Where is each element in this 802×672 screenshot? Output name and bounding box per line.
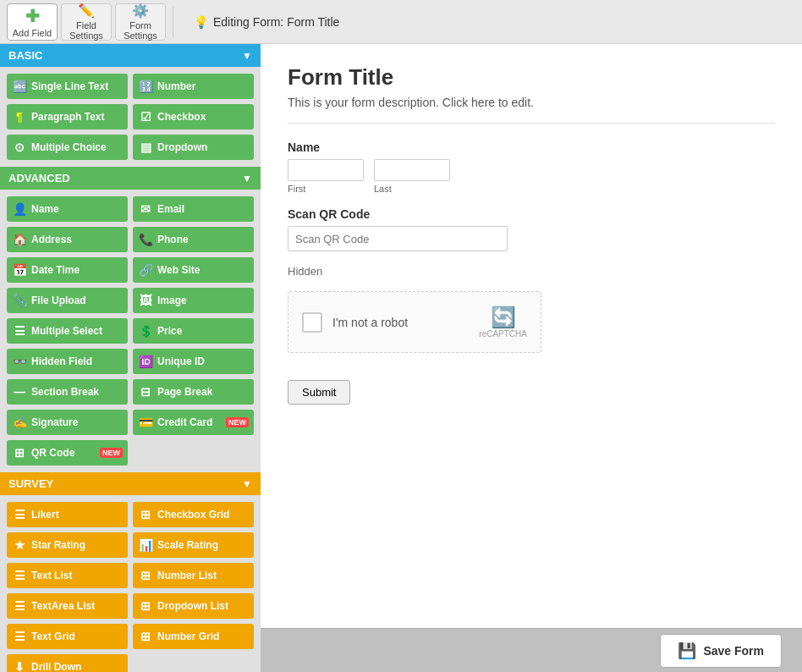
multiple-choice-icon: ⊙ [12,140,27,154]
form-area: Form Title This is your form description… [261,44,802,628]
likert-icon: ☰ [12,508,27,521]
first-name-input[interactable] [288,159,364,181]
field-btn-number-grid[interactable]: ⊞ Number Grid [133,624,254,649]
field-btn-dropdown-list[interactable]: ⊞ Dropdown List [133,593,254,619]
form-title[interactable]: Form Title [288,64,775,91]
field-btn-website[interactable]: 🔗 Web Site [133,257,254,283]
hidden-field-icon: 👓 [12,355,27,368]
field-label-number-list: Number List [157,570,217,581]
field-label-unique-id: Unique ID [157,355,205,367]
name-row: First Last [288,159,775,194]
field-label-file-upload: File Upload [31,295,86,306]
email-icon: ✉ [138,202,153,216]
field-btn-likert[interactable]: ☰ Likert [7,502,128,527]
field-btn-paragraph[interactable]: ¶ Paragraph Text [7,104,128,129]
field-btn-multiple-select[interactable]: ☰ Multiple Select [7,318,128,344]
field-label-qr-code: QR Code [31,447,74,459]
field-btn-file-upload[interactable]: 📎 File Upload [7,288,128,313]
qr-code-icon: ⊞ [12,446,27,460]
save-icon: 💾 [678,642,696,660]
basic-chevron-icon: ▼ [242,50,252,62]
toolbar-separator [173,7,173,37]
website-icon: 🔗 [138,263,153,277]
field-btn-multiple-choice[interactable]: ⊙ Multiple Choice [7,135,128,160]
field-label-dropdown-list: Dropdown List [157,600,228,612]
basic-label: BASIC [8,49,42,62]
field-btn-name[interactable]: 👤 Name [7,196,128,222]
field-btn-credit-card[interactable]: 💳 Credit Card NEW [133,410,254,435]
field-btn-star-rating[interactable]: ★ Star Rating [7,532,128,558]
recaptcha-arrows-icon: 🔄 [491,306,516,329]
field-label-dropdown: Dropdown [157,141,207,153]
field-btn-email[interactable]: ✉ Email [133,196,254,222]
image-icon: 🖼 [138,294,153,307]
recaptcha-section: I'm not a robot 🔄 reCAPTCHA [288,291,775,353]
field-label-single-line: Single Line Text [31,80,108,92]
last-name-input[interactable] [374,159,450,181]
field-label-checkbox: Checkbox [157,111,206,123]
field-btn-number[interactable]: 🔢 Number [133,74,254,99]
field-btn-checkbox[interactable]: ☑ Checkbox [133,104,254,129]
field-btn-text-list[interactable]: ☰ Text List [7,563,128,588]
basic-section-header[interactable]: BASIC ▼ [0,44,261,67]
sidebar: BASIC ▼ 🔤 Single Line Text 🔢 Number ¶ Pa… [0,44,261,672]
pencil-icon: ✏️ [78,3,95,19]
field-btn-scale-rating[interactable]: 📊 Scale Rating [133,532,254,558]
advanced-section-header[interactable]: ADVANCED ▼ [0,167,261,190]
field-btn-page-break[interactable]: ⊟ Page Break [133,379,254,405]
field-btn-drill-down[interactable]: ⬇ Drill Down [7,654,128,672]
bulb-icon: 💡 [194,15,208,29]
field-label-section-break: Section Break [31,386,99,398]
abc-icon: 🔤 [12,80,27,93]
star-rating-icon: ★ [12,538,27,552]
dropdown-icon: ▤ [138,140,153,154]
add-field-button[interactable]: ✚ Add Field [7,3,58,41]
form-description[interactable]: This is your form description. Click her… [288,96,775,124]
field-btn-number-list[interactable]: ⊞ Number List [133,563,254,588]
field-btn-price[interactable]: 💲 Price [133,318,254,344]
field-btn-text-grid[interactable]: ☰ Text Grid [7,624,128,649]
field-btn-image[interactable]: 🖼 Image [133,288,254,313]
field-btn-qr-code[interactable]: ⊞ QR Code NEW [7,440,128,465]
form-settings-button[interactable]: ⚙️ Form Settings [115,3,166,41]
section-break-icon: ― [12,385,27,399]
checkbox-grid-icon: ⊞ [138,508,153,521]
price-icon: 💲 [138,324,153,338]
field-btn-hidden-field[interactable]: 👓 Hidden Field [7,349,128,374]
text-grid-icon: ☰ [12,630,27,643]
field-btn-checkbox-grid[interactable]: ⊞ Checkbox Grid [133,502,254,527]
field-label-address: Address [31,234,72,245]
field-label-drill-down: Drill Down [31,661,81,672]
survey-label: SURVEY [8,477,53,490]
field-label-hidden-field: Hidden Field [31,355,92,367]
hidden-field-label: Hidden [288,265,775,278]
field-settings-button[interactable]: ✏️ Field Settings [61,3,112,41]
field-btn-dropdown[interactable]: ▤ Dropdown [133,135,254,160]
survey-section-header[interactable]: SURVEY ▼ [0,472,261,495]
form-editor-content: Form Title This is your form description… [261,44,802,672]
field-label-image: Image [157,295,187,306]
scan-qr-input[interactable] [288,226,508,251]
field-label-star-rating: Star Rating [31,539,85,551]
drill-down-icon: ⬇ [12,660,27,672]
field-btn-address[interactable]: 🏠 Address [7,227,128,252]
field-btn-single-line[interactable]: 🔤 Single Line Text [7,74,128,99]
field-btn-textarea-list[interactable]: ☰ TextArea List [7,593,128,619]
field-label-multiple-choice: Multiple Choice [31,141,107,153]
recaptcha-logo: 🔄 reCAPTCHA [479,306,527,339]
field-label-datetime: Date Time [31,264,80,276]
field-btn-unique-id[interactable]: 🆔 Unique ID [133,349,254,374]
recaptcha-checkbox[interactable] [302,312,322,333]
gear-icon: ⚙️ [132,3,149,19]
field-btn-section-break[interactable]: ― Section Break [7,379,128,405]
field-label-price: Price [157,325,182,337]
qr-code-new-badge: NEW [100,448,123,458]
field-btn-datetime[interactable]: 📅 Date Time [7,257,128,283]
field-label-textarea-list: TextArea List [31,600,95,612]
basic-fields-grid: 🔤 Single Line Text 🔢 Number ¶ Paragraph … [0,67,261,167]
field-btn-signature[interactable]: ✍ Signature [7,410,128,435]
field-btn-phone[interactable]: 📞 Phone [133,227,254,252]
advanced-chevron-icon: ▼ [242,173,252,185]
save-form-button[interactable]: 💾 Save Form [660,634,782,668]
submit-button[interactable]: Submit [288,380,350,405]
